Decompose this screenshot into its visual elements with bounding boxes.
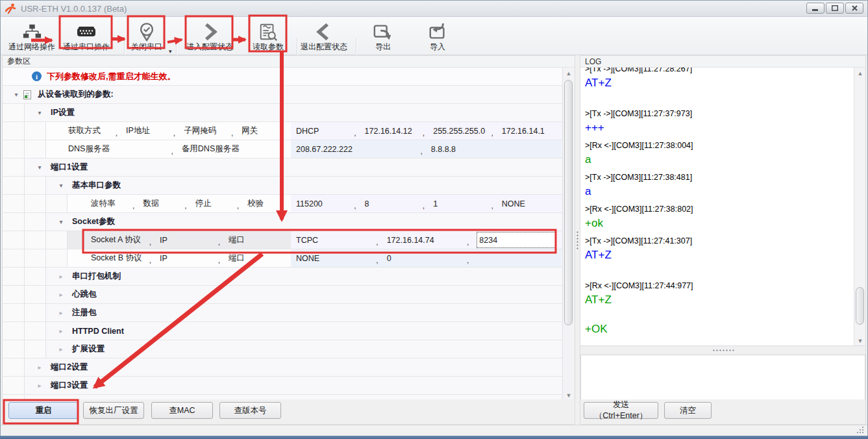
param-value[interactable]: TCPC bbox=[296, 231, 376, 249]
param-value[interactable]: 172.16.14.1 bbox=[502, 122, 560, 140]
clear-button[interactable]: 清空 bbox=[664, 402, 712, 419]
tree-row-root[interactable]: ▾从设备读取到的参数: bbox=[3, 86, 562, 104]
param-value[interactable]: 8 bbox=[365, 195, 423, 212]
close-button[interactable] bbox=[845, 3, 863, 14]
param-value[interactable]: 115200 bbox=[296, 195, 354, 212]
expander-open-icon[interactable]: ▾ bbox=[12, 86, 21, 103]
scrollbar-thumb[interactable] bbox=[856, 287, 864, 325]
tree-indent-guide bbox=[25, 249, 46, 267]
log-timestamp: >[Rx <-][COM3][11:27:38:802] bbox=[585, 204, 851, 214]
expander-closed-icon[interactable]: ▸ bbox=[56, 268, 66, 285]
tree-section-注册包[interactable]: ▸注册包 bbox=[3, 304, 562, 322]
log-blank-line bbox=[585, 262, 851, 275]
tree-indent-guide bbox=[3, 104, 25, 121]
scroll-up-icon[interactable]: ▲ bbox=[854, 68, 865, 79]
export-icon bbox=[373, 21, 393, 42]
param-row[interactable]: Socket A 协议,IP,端口TCPC,172.16.14.74,8234 bbox=[3, 231, 562, 249]
statusbar bbox=[1, 425, 867, 436]
query-version-button[interactable]: 查版本号 bbox=[219, 402, 281, 419]
resize-grip-icon[interactable] bbox=[856, 426, 865, 434]
tree-section-HTTPD Client[interactable]: ▸HTTPD Client bbox=[3, 322, 562, 340]
tree-indent-guide bbox=[3, 213, 25, 231]
tree-indent-guide bbox=[25, 322, 46, 340]
tree-section-基本串口参数[interactable]: ▾基本串口参数 bbox=[3, 177, 562, 195]
notice-row: i下列参数修改后,需重启才能生效。 bbox=[3, 68, 562, 86]
param-value[interactable]: DHCP bbox=[296, 122, 354, 140]
params-tree: i下列参数修改后,需重启才能生效。▾从设备读取到的参数:▾IP设置获取方式,IP… bbox=[3, 68, 562, 401]
toolbar-button-label: 进入配置状态 bbox=[186, 42, 233, 52]
dropdown-caret-icon[interactable]: ▾ bbox=[169, 48, 172, 55]
param-row[interactable]: 获取方式,IP地址,子网掩码,网关DHCP,172.16.14.12,255.2… bbox=[3, 122, 562, 140]
tree-section-端口1设置[interactable]: ▾端口1设置 bbox=[3, 158, 562, 177]
param-row[interactable]: DNS服务器,备用DNS服务器208.67.222.222,8.8.8.8 bbox=[3, 140, 562, 158]
toolbar-button-1[interactable]: 通过网络操作 bbox=[6, 19, 58, 53]
tree-section-端口3设置[interactable]: ▸端口3设置 bbox=[3, 377, 562, 395]
send-button[interactable]: 发送（Ctrl+Enter） bbox=[584, 402, 658, 419]
log-timestamp: >[Rx <-][COM3][11:27:38:004] bbox=[585, 140, 851, 151]
read-params-icon bbox=[258, 21, 279, 42]
tree-section-串口打包机制[interactable]: ▸串口打包机制 bbox=[3, 268, 562, 286]
log-output[interactable]: >[Tx ->][COM3][11:27:28:267]AT+Z>[Tx ->]… bbox=[580, 68, 865, 346]
log-scrollbar[interactable]: ▲ ▼ bbox=[854, 68, 865, 346]
params-panel-header: 参数区 bbox=[3, 56, 575, 68]
factory-reset-button[interactable]: 恢复出厂设置 bbox=[83, 402, 144, 419]
query-mac-button[interactable]: 查MAC bbox=[151, 402, 213, 419]
param-value[interactable]: 8.8.8.8 bbox=[431, 140, 556, 158]
param-value[interactable]: 1 bbox=[433, 195, 491, 212]
panel-splitter[interactable] bbox=[575, 55, 580, 425]
log-tx-command: +++ bbox=[585, 121, 851, 135]
toolbar-button-7[interactable]: 导出 bbox=[366, 19, 400, 53]
expander-closed-icon[interactable]: ▸ bbox=[56, 322, 66, 340]
param-value[interactable]: 172.16.14.12 bbox=[365, 122, 423, 140]
send-input[interactable] bbox=[580, 355, 865, 401]
tree-section-Socket参数[interactable]: ▾Socket参数 bbox=[3, 213, 562, 231]
tree-indent-guide bbox=[25, 304, 46, 321]
section-label: 注册包 bbox=[72, 304, 97, 321]
expander-open-icon[interactable]: ▾ bbox=[56, 213, 66, 231]
maximize-button[interactable] bbox=[826, 3, 844, 14]
scrollbar-thumb[interactable] bbox=[564, 80, 573, 325]
param-label: Socket B 协议 bbox=[91, 249, 149, 267]
tree-section-心跳包[interactable]: ▸心跳包 bbox=[3, 286, 562, 304]
param-value[interactable] bbox=[477, 249, 557, 267]
param-values: NONE,0, bbox=[291, 249, 562, 267]
param-row[interactable]: Socket B 协议,IP,端口NONE,0, bbox=[3, 249, 562, 268]
param-row[interactable]: 波特率,数据,停止,校验115200,8,1,NONE bbox=[3, 195, 562, 213]
toolbar-button-8[interactable]: 导入 bbox=[421, 19, 454, 53]
tree-indent-guide bbox=[3, 358, 25, 376]
tree-indent-guide bbox=[3, 195, 25, 212]
tree-section-端口2设置[interactable]: ▸端口2设置 bbox=[3, 358, 562, 377]
expander-open-icon[interactable]: ▾ bbox=[56, 177, 66, 194]
param-value[interactable]: 172.16.14.74 bbox=[387, 231, 467, 249]
param-value[interactable]: 255.255.255.0 bbox=[433, 122, 491, 140]
toolbar-button-3[interactable]: 关闭串口 bbox=[130, 19, 164, 53]
expander-closed-icon[interactable]: ▸ bbox=[35, 377, 44, 394]
expander-open-icon[interactable]: ▾ bbox=[35, 158, 44, 176]
device-params-icon bbox=[23, 90, 31, 99]
expander-closed-icon[interactable]: ▸ bbox=[35, 358, 44, 376]
restart-button[interactable]: 重启 bbox=[8, 402, 79, 419]
tree-indent-guide bbox=[25, 140, 46, 158]
app-window: USR-ETH V1.0.0.137 (Beta) 通过网络操作通过串口操作关闭… bbox=[0, 0, 868, 439]
toolbar-button-5[interactable]: 读取参数 bbox=[252, 19, 284, 53]
toolbar-button-6[interactable]: 退出配置状态 bbox=[301, 19, 347, 53]
expander-closed-icon[interactable]: ▸ bbox=[56, 286, 66, 303]
param-value[interactable]: 208.67.222.222 bbox=[296, 140, 421, 158]
param-value[interactable]: NONE bbox=[296, 249, 376, 267]
param-value[interactable]: 0 bbox=[387, 249, 467, 267]
editing-value-cell[interactable]: 8234 bbox=[477, 232, 555, 247]
params-scrollbar[interactable]: ▲ ▼ bbox=[562, 68, 574, 401]
tree-section-IP设置[interactable]: ▾IP设置 bbox=[3, 104, 562, 122]
scroll-up-icon[interactable]: ▲ bbox=[563, 68, 575, 79]
minimize-button[interactable] bbox=[806, 3, 825, 14]
log-input-splitter[interactable] bbox=[580, 346, 865, 355]
expander-closed-icon[interactable]: ▸ bbox=[56, 304, 66, 321]
param-value[interactable]: NONE bbox=[502, 195, 560, 212]
tree-section-扩展设置[interactable]: ▸扩展设置 bbox=[3, 340, 562, 358]
expander-open-icon[interactable]: ▾ bbox=[35, 104, 44, 121]
toolbar-button-4[interactable]: 进入配置状态 bbox=[188, 19, 232, 53]
scroll-down-icon[interactable]: ▼ bbox=[854, 335, 865, 346]
toolbar-button-2[interactable]: 通过串口操作 bbox=[62, 19, 111, 53]
param-label: IP bbox=[160, 249, 218, 267]
expander-closed-icon[interactable]: ▸ bbox=[56, 340, 66, 358]
